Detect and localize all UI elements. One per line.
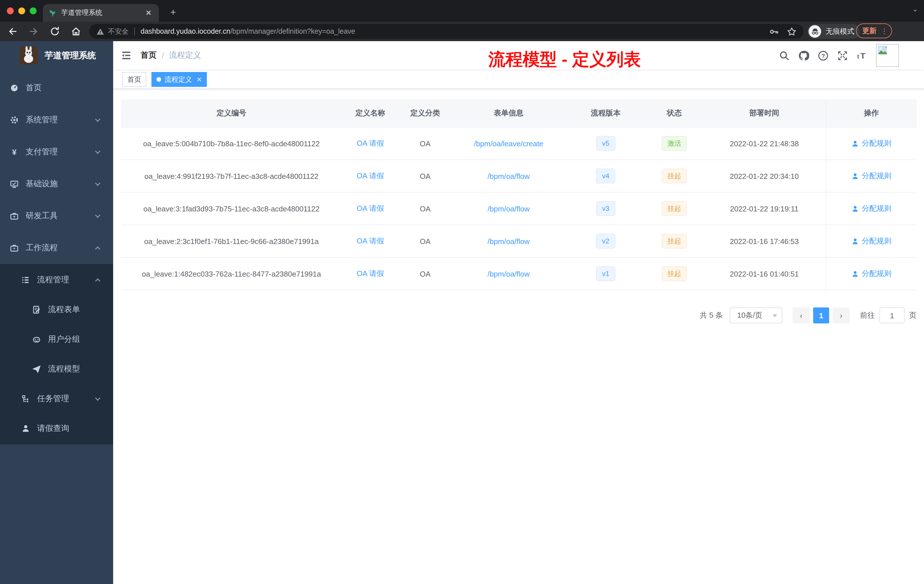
help-icon[interactable]: ? [818,50,828,61]
browser-tab[interactable]: 芋道管理系统 ✕ [43,4,159,22]
definition-category: OA [420,269,431,278]
user-icon [851,172,859,180]
user-icon [851,205,859,212]
font-size-icon[interactable]: tT [856,50,868,61]
definition-name-link[interactable]: OA 请假 [356,269,384,279]
tag-close-icon[interactable]: ✕ [196,73,202,86]
tag-process-definition-label: 流程定义 [165,73,192,86]
table-row: oa_leave:1:482ec033-762a-11ec-8477-a2380… [121,258,917,290]
app-logo[interactable]: 芋道管理系统 [0,41,113,70]
assign-rule-button[interactable]: 分配规则 [851,236,891,246]
column-header-version: 流程版本 [566,108,646,118]
prev-page-button[interactable]: ‹ [792,307,810,323]
page-size-select[interactable]: 10条/页 [730,307,782,323]
definition-name-link[interactable]: OA 请假 [356,236,384,246]
incognito-icon [808,25,821,38]
sidebar-item-user-group[interactable]: 用户分组 [0,325,113,354]
sidebar-collapse-icon[interactable] [120,50,132,61]
browser-toolbar: 不安全 dashboard.yudao.iocoder.cn/bpm/manag… [0,22,924,41]
definition-category: OA [420,237,431,246]
chevron-up-icon [95,277,101,283]
deploy-time: 2022-01-16 01:40:51 [730,269,799,278]
sidebar-item-process-form[interactable]: 流程表单 [0,295,113,325]
sidebar-item-task-management[interactable]: 任务管理 [0,384,113,414]
definition-name-link[interactable]: OA 请假 [356,138,384,148]
url-bar[interactable]: 不安全 dashboard.yudao.iocoder.cn/bpm/manag… [89,24,804,39]
home-icon[interactable] [70,26,82,37]
update-label: 更新 [862,26,876,36]
definition-name-link[interactable]: OA 请假 [356,203,384,214]
form-link[interactable]: /bpm/oa/leave/create [474,139,543,148]
password-key-icon[interactable] [769,26,779,36]
github-icon[interactable] [798,50,809,61]
logo-rabbit-image [20,46,38,64]
sidebar-item-devtools[interactable]: 研发工具 [0,200,113,232]
navbar: 首页 / 流程定义 流程模型 - 定义列表 ? tT [113,41,924,70]
avatar[interactable] [876,44,899,67]
bookmark-star-icon[interactable] [787,26,797,36]
incognito-label: 无痕模式 [826,26,854,36]
back-icon[interactable] [7,26,18,37]
assign-rule-button[interactable]: 分配规则 [851,138,891,148]
sidebar-item-workflow[interactable]: 工作流程 [0,232,113,264]
tab-close-icon[interactable]: ✕ [144,8,153,17]
goto-unit-label: 页 [909,310,917,320]
browser-menu-icon[interactable]: ⋮ [881,26,888,35]
sidebar-item-infra[interactable]: 基础设施 [0,168,113,200]
assign-rule-button[interactable]: 分配规则 [851,269,891,279]
tab-search-chevron-icon[interactable]: ⌄ [912,5,918,13]
assign-rule-button[interactable]: 分配规则 [851,171,891,181]
sidebar-item-label: 研发工具 [26,211,58,221]
user-icon [21,424,30,433]
search-icon[interactable] [779,50,790,61]
page-content: 定义编号 定义名称 定义分类 表单信息 流程版本 状态 部署时间 操作 oa_l… [113,89,924,323]
breadcrumb-home[interactable]: 首页 [140,50,157,61]
breadcrumb-current: 流程定义 [169,50,201,61]
new-tab-button[interactable]: + [166,5,181,20]
user-icon [851,238,859,245]
assign-rule-button[interactable]: 分配规则 [851,203,891,214]
form-link[interactable]: /bpm/oa/flow [487,269,530,278]
page-annotation: 流程模型 - 定义列表 [359,48,770,71]
traffic-light-close[interactable] [7,7,14,14]
definition-name-link[interactable]: OA 请假 [356,171,384,181]
next-page-button[interactable]: › [833,307,850,323]
sidebar-item-label: 任务管理 [37,394,69,404]
sidebar-item-payment[interactable]: ¥支付管理 [0,136,113,168]
deploy-time: 2022-01-22 19:19:11 [730,204,799,213]
sidebar-item-home[interactable]: 首页 [0,72,113,104]
definition-category: OA [420,172,431,180]
sidebar-item-system[interactable]: 系统管理 [0,104,113,136]
column-header-time: 部署时间 [703,108,826,118]
tag-home[interactable]: 首页 [122,72,146,87]
column-header-status: 状态 [646,108,703,118]
sidebar-item-process-management[interactable]: 流程管理 [0,265,113,295]
sidebar-item-leave-query[interactable]: 请假查询 [0,414,113,444]
form-icon [32,305,41,314]
column-header-id: 定义编号 [121,108,342,118]
fullscreen-icon[interactable] [837,50,848,61]
definition-id: oa_leave:2:3c1f0ef1-76b1-11ec-9c66-a2380… [144,237,318,246]
navbar-actions: ? tT [779,41,899,70]
breadcrumb-separator: / [162,51,164,60]
traffic-light-minimize[interactable] [18,7,25,14]
select-caret-icon [772,314,777,317]
form-link[interactable]: /bpm/oa/flow [487,204,530,213]
tag-home-label: 首页 [127,73,141,86]
assign-rule-label: 分配规则 [862,203,891,214]
chrome-update-button[interactable]: 更新 ⋮ [856,23,892,38]
traffic-light-zoom[interactable] [30,7,36,14]
goto-page-input[interactable] [879,307,904,323]
definition-table: 定义编号 定义名称 定义分类 表单信息 流程版本 状态 部署时间 操作 oa_l… [121,99,917,290]
forward-icon[interactable] [28,26,40,37]
sidebar: 芋道管理系统 首页系统管理¥支付管理基础设施研发工具工作流程 流程管理流程表单用… [0,41,113,584]
page-number-1[interactable]: 1 [813,307,829,323]
tag-process-definition[interactable]: 流程定义 ✕ [152,72,207,87]
form-link[interactable]: /bpm/oa/flow [487,172,530,180]
chevron-down-icon [95,213,101,219]
main-area: 首页 / 流程定义 流程模型 - 定义列表 ? tT 首页 流程定义 [113,41,924,584]
robot-icon [32,335,41,344]
sidebar-item-process-model[interactable]: 流程模型 [0,354,113,384]
form-link[interactable]: /bpm/oa/flow [487,237,530,246]
reload-icon[interactable] [49,26,61,37]
